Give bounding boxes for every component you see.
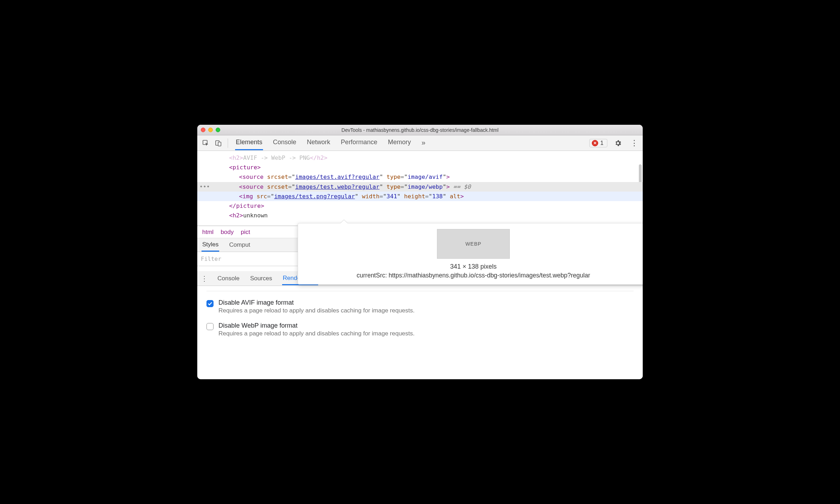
drawer-menu-icon[interactable]: ⋮ (201, 274, 208, 283)
option-disable-webp[interactable]: Disable WebP image format Requires a pag… (206, 322, 634, 337)
inspect-element-icon[interactable] (200, 137, 211, 149)
dom-line-selected[interactable]: •••<source srcset="images/test.webp?regu… (197, 182, 643, 192)
devtools-window: DevTools - mathiasbynens.github.io/css-d… (197, 125, 643, 379)
dom-line[interactable]: </picture> (197, 201, 643, 211)
dom-line[interactable]: <h2>unknown (197, 211, 643, 220)
drawer-tab-sources[interactable]: Sources (249, 272, 273, 285)
image-hover-tooltip: WEBP 341 × 138 pixels currentSrc: https:… (298, 223, 643, 285)
panel-tabs: Elements Console Network Performance Mem… (235, 136, 426, 150)
error-icon: ✕ (592, 140, 598, 146)
image-dimensions: 341 × 138 pixels (305, 263, 642, 270)
option-label: Disable WebP image format (218, 322, 415, 329)
tab-styles[interactable]: Styles (202, 239, 219, 252)
dom-line[interactable]: <picture> (197, 163, 643, 172)
scrollbar[interactable] (639, 164, 642, 184)
device-toolbar-icon[interactable] (213, 137, 224, 149)
tab-elements[interactable]: Elements (235, 136, 263, 150)
dom-line[interactable]: <source srcset="images/test.avif?regular… (197, 172, 643, 182)
rendering-panel: Disable AVIF image format Requires a pag… (197, 286, 643, 379)
checkbox-unchecked-icon[interactable] (206, 323, 214, 330)
svg-rect-2 (218, 142, 221, 146)
error-count: 1 (600, 140, 603, 146)
main-toolbar: Elements Console Network Performance Mem… (197, 135, 643, 151)
option-disable-avif[interactable]: Disable AVIF image format Requires a pag… (206, 299, 634, 314)
window-title: DevTools - mathiasbynens.github.io/css-d… (197, 127, 643, 133)
option-desc: Requires a page reload to apply and disa… (218, 330, 415, 337)
kebab-menu-icon[interactable]: ⋮ (629, 137, 640, 149)
option-desc: Requires a page reload to apply and disa… (218, 307, 415, 314)
separator (228, 139, 228, 148)
ellipsis-icon[interactable]: ••• (199, 182, 210, 192)
window-titlebar: DevTools - mathiasbynens.github.io/css-d… (197, 125, 643, 135)
checkbox-checked-icon[interactable] (206, 300, 214, 307)
dom-line-highlighted[interactable]: <img src="images/test.png?regular" width… (197, 192, 643, 201)
dom-line[interactable]: <h2>AVIF -> WebP -> PNG</h2> (197, 153, 643, 163)
breadcrumb-item[interactable]: pict (241, 229, 250, 236)
option-label: Disable AVIF image format (218, 299, 415, 306)
tab-performance[interactable]: Performance (340, 136, 378, 150)
tab-memory[interactable]: Memory (387, 136, 412, 150)
image-thumbnail: WEBP (437, 229, 510, 259)
error-badge[interactable]: ✕ 1 (589, 139, 607, 147)
tab-computed[interactable]: Comput (229, 241, 250, 248)
breadcrumb-item[interactable]: html (202, 229, 214, 236)
tab-network[interactable]: Network (306, 136, 331, 150)
drawer-tab-console[interactable]: Console (217, 272, 240, 285)
tabs-overflow[interactable]: » (421, 136, 426, 150)
tab-console[interactable]: Console (272, 136, 297, 150)
settings-icon[interactable] (612, 137, 624, 149)
elements-panel[interactable]: <h2>AVIF -> WebP -> PNG</h2> <picture> <… (197, 151, 643, 226)
breadcrumb-item[interactable]: body (221, 229, 234, 236)
image-current-src: currentSrc: https://mathiasbynens.github… (305, 272, 642, 279)
